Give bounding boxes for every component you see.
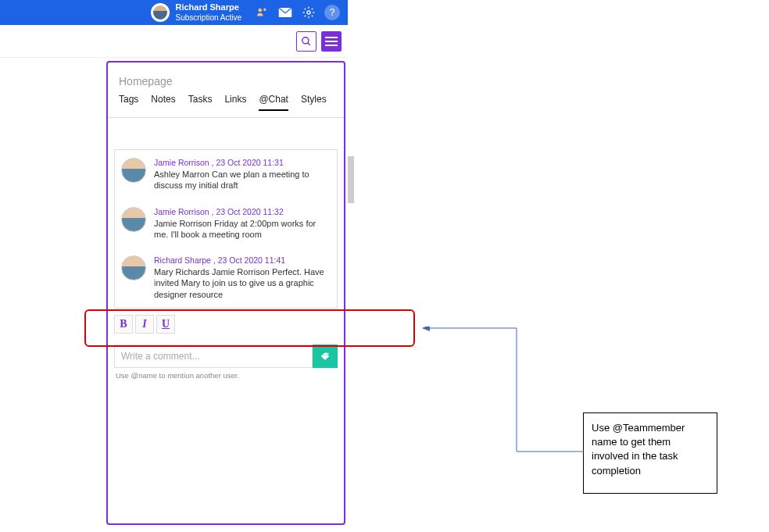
italic-button[interactable]: I — [135, 315, 154, 334]
avatar-icon — [121, 255, 146, 280]
help-icon[interactable]: ? — [324, 5, 340, 20]
message-text: Ashley Marron Can we plan a meeting to d… — [154, 169, 331, 191]
user-text: Richard Sharpe Subscription Active — [176, 2, 242, 22]
scrollbar[interactable] — [348, 156, 354, 203]
bold-button[interactable]: B — [114, 315, 133, 334]
message-time: 23 Oct 2020 11:31 — [216, 158, 283, 167]
annotation-arrow-icon — [415, 327, 595, 459]
annotation-box: Use @Teammember name to get them involve… — [583, 412, 717, 494]
message-author: Jamie Rorrison — [154, 207, 209, 216]
secondbar — [0, 25, 348, 58]
message-list: Jamie Rorrison , 23 Oct 2020 11:31 Ashle… — [114, 149, 338, 309]
message-text: Jamie Rorrison Friday at 2:00pm works fo… — [154, 218, 331, 241]
format-toolbar: B I U — [114, 315, 338, 334]
search-button[interactable] — [296, 31, 317, 52]
hamburger-menu-button[interactable] — [321, 31, 342, 52]
topbar: Richard Sharpe Subscription Active ? — [0, 0, 348, 25]
mention-hint: Use @name to mention another user. — [116, 371, 336, 380]
user-name: Richard Sharpe — [176, 2, 242, 12]
user-block[interactable]: Richard Sharpe Subscription Active — [151, 2, 242, 22]
send-button[interactable] — [313, 345, 338, 368]
avatar-icon — [121, 158, 146, 183]
gear-icon[interactable] — [301, 5, 317, 20]
message-meta: Jamie Rorrison , 23 Oct 2020 11:32 — [154, 207, 331, 216]
tabs: Tags Notes Tasks Links @Chat Styles — [108, 94, 344, 118]
svg-line-5 — [308, 42, 310, 45]
message-item: Richard Sharpe , 23 Oct 2020 11:41 Mary … — [115, 248, 337, 308]
people-icon[interactable] — [254, 5, 270, 20]
chat-panel: Homepage Tags Notes Tasks Links @Chat St… — [106, 61, 345, 525]
message-time: 23 Oct 2020 11:41 — [218, 255, 285, 265]
message-meta: Richard Sharpe , 23 Oct 2020 11:41 — [154, 255, 331, 265]
svg-point-1 — [263, 9, 266, 11]
underline-button[interactable]: U — [156, 315, 175, 334]
tab-tags[interactable]: Tags — [119, 94, 138, 111]
breadcrumb: Homepage — [108, 62, 344, 94]
user-status: Subscription Active — [176, 13, 242, 23]
message-time: 23 Oct 2020 11:32 — [216, 207, 283, 216]
avatar-icon — [121, 207, 146, 232]
tab-links[interactable]: Links — [224, 94, 246, 111]
tab-chat[interactable]: @Chat — [259, 94, 288, 111]
tab-notes[interactable]: Notes — [151, 94, 175, 111]
message-item: Jamie Rorrison , 23 Oct 2020 11:31 Ashle… — [115, 150, 337, 199]
message-item: Jamie Rorrison , 23 Oct 2020 11:32 Jamie… — [115, 199, 337, 248]
comment-input[interactable] — [114, 345, 313, 368]
svg-point-0 — [259, 9, 263, 12]
tab-styles[interactable]: Styles — [301, 94, 327, 111]
message-text: Mary Richards Jamie Rorrison Perfect. Ha… — [154, 266, 331, 300]
message-author: Jamie Rorrison — [154, 158, 209, 167]
mail-icon[interactable] — [277, 5, 293, 20]
user-avatar-icon — [151, 3, 170, 22]
tab-tasks[interactable]: Tasks — [188, 94, 213, 111]
message-meta: Jamie Rorrison , 23 Oct 2020 11:31 — [154, 158, 331, 167]
svg-point-4 — [302, 37, 309, 43]
message-author: Richard Sharpe — [154, 255, 211, 265]
compose-row — [114, 345, 338, 368]
svg-point-3 — [307, 11, 310, 14]
